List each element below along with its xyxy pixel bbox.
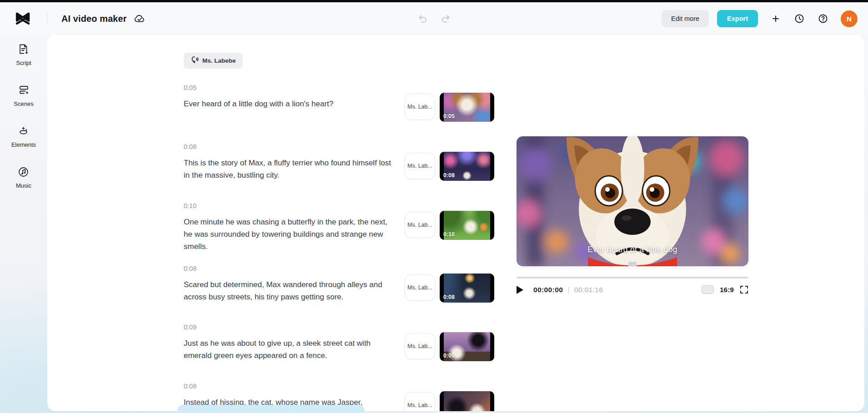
script-text[interactable]: Scared but determined, Max wandered thro… bbox=[184, 279, 397, 303]
script-icon bbox=[17, 43, 30, 57]
script-row: 0:08 Scared but determined, Max wandered… bbox=[184, 265, 547, 303]
current-time: 00:00:00 bbox=[533, 286, 563, 294]
redo-icon[interactable] bbox=[440, 13, 452, 25]
scene-thumbnail[interactable]: 0:10 bbox=[440, 211, 494, 240]
time-divider: | bbox=[567, 286, 569, 294]
elements-icon bbox=[17, 125, 30, 139]
play-button[interactable] bbox=[517, 286, 523, 294]
voice-name: Ms. Labebe bbox=[202, 57, 236, 64]
history-controls bbox=[416, 13, 452, 25]
undo-icon[interactable] bbox=[416, 13, 428, 25]
cloud-saved-icon bbox=[134, 14, 145, 24]
scene-thumbnail[interactable]: 0:05 bbox=[440, 93, 494, 122]
scenes-icon bbox=[18, 84, 30, 98]
export-button[interactable]: Export bbox=[717, 10, 758, 27]
player-options: 16:9 bbox=[702, 285, 748, 294]
voice-chip[interactable]: Ms. Lab... bbox=[405, 274, 435, 301]
video-preview[interactable]: Ever heard of a little dog bbox=[517, 136, 748, 266]
left-rail: Script Scenes Elements bbox=[0, 35, 47, 413]
script-row: 0:08 This is the story of Max, a fluffy … bbox=[184, 143, 547, 181]
script-row: 0:10 One minute he was chasing a butterf… bbox=[184, 202, 547, 253]
script-row: 0:09 Just as he was about to give up, a … bbox=[184, 323, 547, 362]
thumbnail-duration: 0:08 bbox=[443, 294, 455, 300]
voice-chip[interactable]: Ms. Lab... bbox=[405, 333, 435, 359]
edit-more-button[interactable]: Edit more bbox=[662, 10, 709, 27]
scene-thumbnail[interactable]: 0:08 bbox=[440, 152, 494, 181]
voice-selector-badge[interactable]: Ms. Labebe bbox=[184, 53, 242, 69]
total-time: 00:01:16 bbox=[574, 286, 603, 294]
header-divider bbox=[47, 13, 47, 25]
sidebar-item-elements[interactable]: Elements bbox=[11, 125, 36, 148]
sidebar-item-scenes[interactable]: Scenes bbox=[14, 84, 33, 107]
scene-thumbnail[interactable] bbox=[440, 391, 494, 411]
voice-chip[interactable]: Ms. Lab... bbox=[405, 392, 435, 411]
scene-thumbnail[interactable]: 0:09 bbox=[440, 332, 494, 361]
thumbnail-duration: 0:10 bbox=[443, 231, 455, 238]
script-text[interactable]: Ever heard of a little dog with a lion's… bbox=[184, 98, 397, 110]
time-display: 00:00:00 | 00:01:16 bbox=[533, 286, 603, 294]
avatar[interactable]: N bbox=[841, 10, 858, 27]
row-timestamp: 0:05 bbox=[184, 84, 547, 91]
sidebar-item-label: Music bbox=[16, 182, 31, 189]
aspect-ratio-label: 16:9 bbox=[720, 286, 734, 294]
row-timestamp: 0:08 bbox=[184, 265, 547, 272]
bottom-toast-edge bbox=[177, 405, 365, 413]
preview-caption: Ever heard of a little dog bbox=[517, 245, 748, 254]
editor-canvas: Ms. Labebe 0:05 Ever heard of a little d… bbox=[47, 35, 864, 411]
capcut-logo-icon[interactable] bbox=[15, 12, 30, 25]
version-history-icon[interactable] bbox=[793, 13, 805, 25]
thumbnail-image bbox=[444, 391, 490, 411]
row-timestamp: 0:08 bbox=[184, 143, 547, 150]
seek-bar[interactable] bbox=[517, 277, 748, 279]
thumbnail-duration: 0:05 bbox=[443, 113, 455, 119]
help-icon[interactable] bbox=[817, 13, 829, 25]
sidebar-item-music[interactable]: Music bbox=[16, 166, 31, 189]
row-timestamp: 0:10 bbox=[184, 202, 547, 209]
fullscreen-icon[interactable] bbox=[740, 285, 748, 294]
sidebar-item-script[interactable]: Script bbox=[16, 43, 31, 66]
thumbnail-duration: 0:09 bbox=[443, 353, 455, 359]
player-panel: Ever heard of a little dog 00:00:00 | 00… bbox=[517, 136, 748, 294]
script-text[interactable]: Just as he was about to give up, a sleek… bbox=[184, 337, 397, 362]
voice-chip[interactable]: Ms. Lab... bbox=[405, 212, 435, 238]
script-text[interactable]: One minute he was chasing a butterfly in… bbox=[184, 216, 397, 253]
script-row: 0:05 Ever heard of a little dog with a l… bbox=[184, 84, 547, 110]
new-project-plus-icon[interactable]: + bbox=[770, 13, 782, 25]
canvas-background-toggle[interactable] bbox=[702, 285, 714, 294]
scene-thumbnail[interactable]: 0:08 bbox=[440, 274, 494, 303]
row-timestamp: 0:08 bbox=[184, 383, 547, 390]
voice-icon bbox=[190, 55, 199, 66]
sidebar-item-label: Script bbox=[16, 60, 31, 66]
window-top-edge bbox=[0, 0, 868, 2]
page-title: AI video maker bbox=[61, 14, 127, 24]
sidebar-item-label: Elements bbox=[11, 141, 36, 148]
player-controls: 00:00:00 | 00:01:16 16:9 bbox=[517, 285, 748, 294]
sidebar-item-label: Scenes bbox=[14, 100, 33, 107]
voice-chip[interactable]: Ms. Lab... bbox=[405, 153, 435, 179]
header-actions: Edit more Export + N bbox=[662, 10, 868, 27]
top-bar: AI video maker Edit more Export + bbox=[0, 2, 868, 35]
voice-chip[interactable]: Ms. Lab... bbox=[405, 94, 435, 120]
script-text[interactable]: This is the story of Max, a fluffy terri… bbox=[184, 157, 397, 181]
row-timestamp: 0:09 bbox=[184, 323, 547, 331]
music-icon bbox=[17, 166, 30, 180]
thumbnail-duration: 0:08 bbox=[443, 172, 455, 179]
